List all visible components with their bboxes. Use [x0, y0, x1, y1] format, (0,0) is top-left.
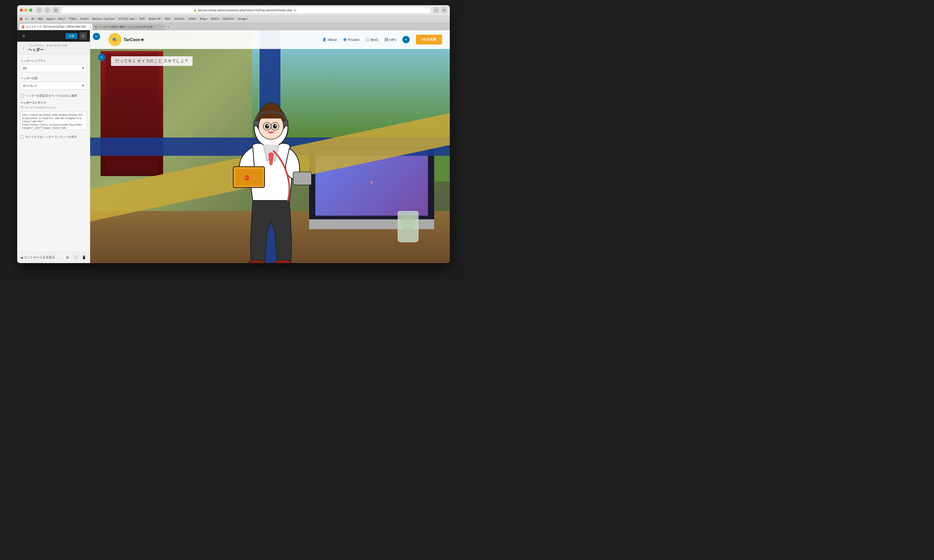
new-tab-button[interactable]: ⧉ [441, 7, 447, 13]
toolbar-item-news[interactable]: NEWS ▾ [211, 17, 220, 20]
header-position-group: ヘッダー位置 オーバレイ [20, 76, 87, 89]
main-content: ✕ 公開 ⚙ ‹ 「レイアウト」をカスタマイズ中 ヘッダー ヘッダーレイアウト … [17, 30, 450, 263]
apple-menu[interactable]: 🍎 [19, 17, 22, 20]
tab-favicon-customize: 🎨 [22, 25, 24, 28]
back-button[interactable]: ‹ [36, 7, 42, 13]
close-traffic-light[interactable] [20, 9, 23, 12]
mobile-header-content-row: モバイルでもヘッダーコンテンツを表示 [20, 135, 87, 139]
project-icon: 🔷 [343, 38, 347, 42]
toolbar-item-tkms[interactable]: TKMS ▾ [69, 17, 77, 20]
tabs-bar: 🎨 カスタマイズ: TarCoon★CarToon -Official Web … [17, 23, 450, 30]
mobile-view-icon[interactable]: 📱 [81, 255, 87, 260]
toolbar-item-yen[interactable]: ¥€$ ▾ [38, 17, 44, 20]
site-logo: 🎭 TarCoon★ [108, 33, 144, 46]
desktop-view-icon[interactable]: 🖥 [65, 255, 70, 260]
toolbar-item-apple[interactable]: Apple ▾ [47, 17, 55, 20]
toolbar-item-game[interactable]: GAME ▾ [188, 17, 197, 20]
toolbar-item-storage[interactable]: storage ▾ [237, 17, 248, 20]
hide-controls-button[interactable]: ◀ コントロールを非表示 [20, 255, 55, 260]
toolbar-item-cmd[interactable]: ⌘ ▾ [31, 17, 35, 20]
browser-window: ‹ › ⊞ 🔒 tarcoon.me/wp-admin/customize.ph… [17, 5, 450, 263]
share-button[interactable]: ⎆ [433, 7, 439, 13]
new-tab-button[interactable]: + [165, 24, 171, 30]
mobile-only-checkbox-row: ヘッダー位置設定をモバイルのみに適用 [20, 94, 87, 98]
toolbar-item-blogs[interactable]: Blogs ▾ [200, 17, 208, 20]
tab-overview-button[interactable]: ⊞ [52, 7, 59, 13]
edit-pencil-nav[interactable]: ✏ [402, 36, 410, 43]
header-position-select[interactable]: オーバレイ [20, 82, 87, 89]
nav-links: 👤 ABout 🔷 ProJect 📋 BloG ℹ️ InFo [322, 35, 442, 45]
toolbar-item-sns[interactable]: SNS ▾ [139, 17, 146, 20]
toolbar-item-douga[interactable]: DOUGA ▾ [174, 17, 185, 20]
hide-controls-label: コントロールを非表示 [24, 255, 55, 260]
customizer-footer: ◀ コントロールを非表示 🖥 ⬜ 📱 [17, 252, 90, 263]
tab-close-snow-monkey[interactable]: ✕ [160, 26, 163, 28]
nav-project[interactable]: 🔷 ProJect [343, 38, 359, 42]
footer-device-icons: 🖥 ⬜ 📱 [65, 255, 87, 260]
customizer-breadcrumb: ‹ 「レイアウト」をカスタマイズ中 ヘッダー [17, 42, 90, 55]
toolbar-item-star[interactable]: ✦ ▾ [25, 17, 29, 20]
svg-point-6 [265, 124, 269, 129]
hero-tagline: だってキミ オイラのこと スキでしょ？ [111, 56, 193, 66]
address-text: tarcoon.me/wp-admin/customize.php?return… [198, 9, 292, 12]
laptop-screen-text: 🎨 [370, 181, 373, 184]
svg-rect-10 [254, 120, 259, 126]
traffic-lights [20, 9, 32, 12]
toolbar-item-valu[interactable]: VALU ▾ [58, 17, 66, 20]
tablet-view-icon[interactable]: ⬜ [73, 255, 79, 260]
nav-about[interactable]: 👤 ABout [322, 38, 336, 42]
edit-pencil-top[interactable]: ✏ [93, 33, 100, 40]
tab-snow-monkey[interactable]: 🐒 ヘッダーの背景を透明にしたいがv5.0.8で白背景になってしまう - Sno… [92, 24, 165, 30]
svg-point-7 [273, 124, 277, 129]
site-navigation: ✏ 🎭 TarCoon★ 👤 ABout [90, 30, 450, 49]
publish-button[interactable]: 公開 [65, 33, 77, 39]
hide-controls-icon: ◀ [20, 256, 23, 259]
tab-favicon-snow-monkey: 🐒 [95, 26, 97, 29]
mobile-header-content-label: モバイルでもヘッダーコンテンツを表示 [25, 135, 77, 139]
books-bg2 [106, 54, 158, 174]
reload-button[interactable]: ↻ [292, 7, 298, 13]
svg-point-8 [267, 125, 269, 126]
address-bar[interactable]: 🔒 tarcoon.me/wp-admin/customize.php?retu… [61, 7, 431, 14]
blog-icon: 📋 [365, 38, 370, 42]
toolbar-item-peerth[interactable]: Peerth ▾ [80, 17, 89, 20]
maximize-traffic-light[interactable] [29, 9, 32, 12]
website-preview: 🎨 [90, 30, 450, 263]
header-content-textarea[interactable]: <div class="wp-block-snow-monkey-blocks-… [20, 111, 87, 130]
svg-text:🎭: 🎭 [112, 37, 118, 43]
minimize-traffic-light[interactable] [25, 9, 28, 12]
header-layout-select[interactable]: 1行 [20, 64, 87, 72]
breadcrumb-section-title: ヘッダー [28, 48, 67, 52]
toolbar-item-systec[interactable]: SYSTEC Intel. ▾ [118, 17, 136, 20]
customizer-header: ✕ 公開 ⚙ [17, 30, 90, 42]
titlebar-actions: ⎆ ⧉ [433, 7, 447, 13]
tab-close-customize[interactable]: ✕ [89, 26, 91, 28]
breadcrumb-back-button[interactable]: ‹ [20, 45, 26, 51]
mobile-header-content-checkbox[interactable] [20, 135, 24, 138]
header-position-label: ヘッダー位置 [20, 76, 87, 80]
drink-liquid [400, 214, 416, 230]
svg-point-9 [275, 125, 276, 126]
info-icon: ℹ️ [384, 38, 388, 42]
customizer-body: ヘッダーレイアウト 1行 ヘッダー位置 オーバレイ ヘッダー位置設定をモバイルの… [17, 55, 90, 252]
lock-icon: 🔒 [194, 9, 197, 12]
toolbar-item-tarcoon[interactable]: TarCoon☆CarToon ▾ [92, 17, 116, 20]
customizer-close-button[interactable]: ✕ [20, 33, 26, 39]
header-layout-group: ヘッダーレイアウト 1行 [20, 59, 87, 72]
settings-button[interactable]: ⚙ [80, 32, 87, 40]
mobile-only-checkbox[interactable] [20, 94, 24, 97]
forward-button[interactable]: › [44, 7, 51, 13]
svg-rect-11 [283, 120, 288, 126]
toolbar-item-search[interactable]: SEARCH ▾ [223, 17, 235, 20]
svg-rect-15 [293, 172, 311, 185]
laptop-screen: 🎨 [309, 146, 434, 219]
toolbar-item-bbs[interactable]: BBS ▾ [165, 17, 171, 20]
nav-blog[interactable]: 📋 BloG [365, 38, 378, 42]
cta-button[interactable]: VAを売買 [416, 35, 442, 45]
nav-info[interactable]: ℹ️ InFo [384, 38, 396, 42]
drink-cup [398, 211, 419, 242]
edit-pencil-hero[interactable]: ✏ [98, 54, 105, 61]
customizer-panel: ✕ 公開 ⚙ ‹ 「レイアウト」をカスタマイズ中 ヘッダー ヘッダーレイアウト … [17, 30, 90, 263]
toolbar-item-mobile[interactable]: Mobile HP ▾ [148, 17, 162, 20]
tab-customize[interactable]: 🎨 カスタマイズ: TarCoon★CarToon -Official Web … [19, 24, 92, 30]
